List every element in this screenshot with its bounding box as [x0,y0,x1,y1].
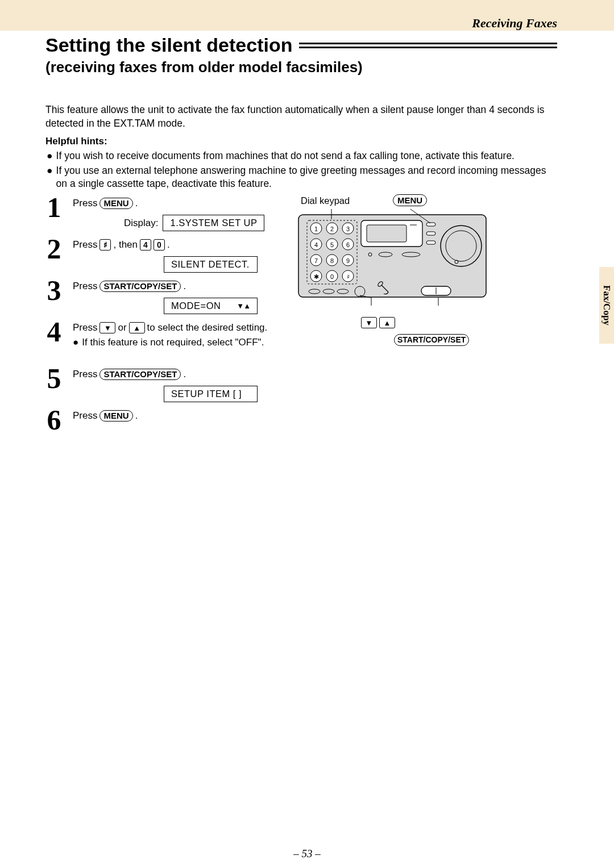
dial-keypad-label: Dial keypad [301,195,350,206]
lcd-display: 1.SYSTEM SET UP [163,215,264,231]
step: 1 Press MENU . Display: 1.SYSTEM SET UP [45,193,290,231]
svg-text:♯: ♯ [347,273,350,280]
page-subtitle: (receiving faxes from older model facsim… [45,59,557,76]
step-text: . [183,281,186,292]
step-text: Press [73,198,97,209]
step-text: Press [73,281,97,292]
menu-button-callout: MENU [393,194,427,206]
intro-paragraph: This feature allows the unit to activate… [45,103,557,130]
svg-rect-7 [426,241,435,244]
hint-text: If you wish to receive documents from ma… [56,149,515,163]
step-number: 5 [45,364,63,393]
svg-text:✱: ✱ [314,273,319,280]
bullet-icon: ● [45,149,53,163]
four-key: 4 [140,239,151,251]
bullet-icon: ● [45,164,53,191]
svg-rect-5 [426,223,435,226]
section-header: Receiving Faxes [472,16,557,31]
svg-text:4: 4 [314,241,318,248]
svg-text:2: 2 [330,226,334,232]
down-key-callout: ▼ [361,317,377,328]
step-text: Press [73,239,97,251]
side-tab-label: Fax/Copy [601,285,612,326]
lcd-display: SETUP ITEM [ ] [164,386,258,402]
hash-key: ♯ [99,239,111,251]
svg-text:9: 9 [346,257,350,264]
start-copy-set-button: START/COPY/SET [99,369,181,380]
up-key: ▲ [129,322,145,333]
step-text: Press [73,369,97,380]
lcd-display: MODE=ON ▼▲ [164,298,258,314]
side-tab: Fax/Copy [599,267,614,344]
step-text: or [118,322,126,333]
step-note: If this feature is not required, select … [82,337,264,348]
step-text: . [135,198,138,209]
svg-rect-6 [426,232,435,235]
svg-text:6: 6 [346,241,350,248]
menu-button: MENU [99,410,132,422]
up-key-callout: ▲ [379,317,395,328]
step-text: . [183,369,186,380]
device-illustration: 123456789✱0♯ [297,209,488,306]
step-text: . [167,239,170,251]
step: 6 Press MENU . [45,406,290,441]
step-number: 3 [45,276,63,304]
zero-key: 0 [154,239,165,251]
step-text: . [135,410,138,422]
hint-item: ● If you use an external telephone answe… [45,164,557,191]
title-double-rule [299,42,557,49]
page-title: Setting the silent detection [45,34,292,56]
hint-text: If you use an external telephone answeri… [56,164,557,191]
steps-list: 1 Press MENU . Display: 1.SYSTEM SET UP … [45,193,290,444]
step: 4 Press ▼ or ▲ to select the desired set… [45,318,290,353]
arrow-indicator: ▼▲ [237,302,250,310]
hints-heading: Helpful hints: [45,135,557,148]
svg-rect-3 [367,225,406,242]
step-text: Press [73,322,97,333]
step-number: 6 [45,406,63,434]
step-text: Press [73,410,97,422]
svg-text:0: 0 [330,273,334,280]
device-diagram: Dial keypad MENU [297,193,491,352]
bullet-icon: ● [73,337,78,348]
helpful-hints: Helpful hints: ● If you wish to receive … [45,135,557,191]
display-label: Display: [124,218,158,229]
svg-text:1: 1 [314,226,318,232]
svg-text:3: 3 [346,226,350,232]
lcd-display: SILENT DETECT. [164,256,258,273]
step-number: 1 [45,193,63,222]
svg-text:8: 8 [330,257,334,264]
start-copy-set-callout: START/COPY/SET [394,334,469,346]
step-number: 2 [45,235,63,263]
step-text: to select the desired setting. [147,322,268,333]
svg-text:7: 7 [314,257,318,264]
page-number: – 53 – [0,848,614,860]
step: 2 Press ♯ , then 4 0 . SILENT DETECT. [45,235,290,273]
menu-button: MENU [99,198,132,209]
down-key: ▼ [99,322,115,333]
hint-item: ● If you wish to receive documents from … [45,149,557,163]
step-text: , then [113,239,138,251]
svg-text:5: 5 [330,241,334,248]
step: 5 Press START/COPY/SET . SETUP ITEM [ ] [45,364,290,402]
start-copy-set-button: START/COPY/SET [99,281,181,292]
step-number: 4 [45,318,63,346]
step: 3 Press START/COPY/SET . MODE=ON ▼▲ [45,276,290,314]
